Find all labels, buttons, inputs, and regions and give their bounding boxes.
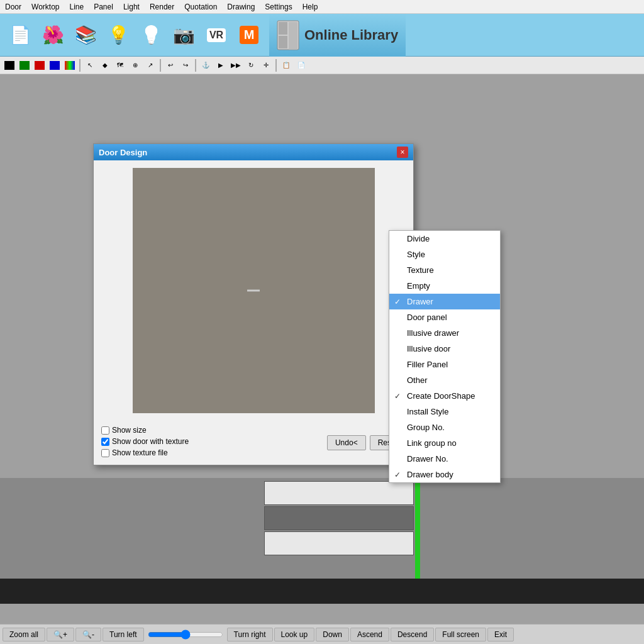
toolbar-second: ↖ ◆ 🗺 ⊕ ↗ ↩ ↪ ⚓ ▶ ▶▶ ↻ ✛ 📋 📄 <box>0 57 644 74</box>
zoom-all-button[interactable]: Zoom all <box>3 628 45 641</box>
lightbulb-yellow-button[interactable]: 💡 <box>103 18 133 53</box>
menu-drawing[interactable]: Drawing <box>222 1 260 13</box>
pointer-tool[interactable]: ↖ <box>83 58 97 72</box>
ctx-item-empty[interactable]: Empty <box>389 278 500 294</box>
menu-render[interactable]: Render <box>145 1 179 13</box>
color-black[interactable] <box>3 58 16 72</box>
ctx-item-link-group-no[interactable]: Link group no <box>389 435 500 451</box>
menu-worktop[interactable]: Worktop <box>26 1 64 13</box>
context-menu: DivideStyleTextureEmptyDrawerDoor panelI… <box>389 230 501 483</box>
zoom-in-button[interactable]: 🔍+ <box>47 628 74 641</box>
show-texture-file-checkbox[interactable] <box>101 449 109 457</box>
ctx-item-door-panel[interactable]: Door panel <box>389 309 500 325</box>
sep1 <box>79 59 80 72</box>
menu-quotation[interactable]: Quotation <box>179 1 222 13</box>
ctx-item-style[interactable]: Style <box>389 247 500 262</box>
flowers-button[interactable]: 🌺 <box>38 18 68 53</box>
zoom-slider[interactable] <box>148 630 223 640</box>
metro-button[interactable]: M <box>234 18 264 53</box>
show-size-checkbox[interactable] <box>101 426 109 435</box>
zoom-out-button[interactable]: 🔍- <box>75 628 101 641</box>
dialog-close-button[interactable]: × <box>397 147 408 158</box>
vr-button[interactable]: VR <box>201 18 231 53</box>
menubar: Door Worktop Line Panel Light Render Quo… <box>0 0 644 14</box>
ctx-item-drawer-no.[interactable]: Drawer No. <box>389 451 500 467</box>
undo-button[interactable]: Undo< <box>327 435 366 450</box>
plus-tool[interactable]: ✛ <box>259 58 273 72</box>
full-screen-button[interactable]: Full screen <box>435 628 486 641</box>
scene-3d <box>0 478 644 604</box>
exit-button[interactable]: Exit <box>487 628 514 641</box>
color-blue[interactable] <box>48 58 62 72</box>
menu-settings[interactable]: Settings <box>260 1 297 13</box>
drawer-shelf-middle <box>264 506 414 530</box>
kitchen-icon <box>277 20 299 50</box>
show-size-label: Show size <box>112 426 147 435</box>
door-preview-area <box>133 168 375 413</box>
dialog-title: Door Design <box>99 148 147 157</box>
drawer-unit <box>264 481 415 579</box>
book-button[interactable]: 📚 <box>70 18 101 53</box>
menu-light[interactable]: Light <box>118 1 145 13</box>
back-tool[interactable]: ↩ <box>164 58 177 72</box>
fwd-tool[interactable]: ↪ <box>179 58 192 72</box>
doc1-tool[interactable]: 📋 <box>279 58 293 72</box>
diamond-tool[interactable]: ◆ <box>98 58 112 72</box>
ctx-item-other[interactable]: Other <box>389 372 500 388</box>
show-size-row: Show size <box>101 426 189 435</box>
down-button[interactable]: Down <box>316 628 349 641</box>
work-area: Door Design × Show size Show door with t… <box>0 74 644 624</box>
online-library-label: Online Library <box>304 27 398 43</box>
scene-floor <box>0 579 644 604</box>
ctx-item-create-doorshape[interactable]: Create DoorShape <box>389 388 500 404</box>
move-tool[interactable]: ⊕ <box>128 58 142 72</box>
ctx-item-filler-panel[interactable]: Filler Panel <box>389 357 500 372</box>
menu-line[interactable]: Line <box>64 1 89 13</box>
color-green[interactable] <box>18 58 31 72</box>
svg-rect-1 <box>279 22 287 35</box>
camera-button[interactable]: 📷 <box>169 18 199 53</box>
ctx-item-drawer-body[interactable]: Drawer body <box>389 467 500 482</box>
turn-right-button[interactable]: Turn right <box>227 628 273 641</box>
map-tool[interactable]: 🗺 <box>113 58 127 72</box>
menu-door[interactable]: Door <box>0 1 26 13</box>
online-library-panel: Online Library <box>269 14 406 57</box>
ctx-item-illusive-drawer[interactable]: Illusive drawer <box>389 325 500 341</box>
lightbulb-white-button[interactable]: 💡 <box>136 18 166 53</box>
show-texture-file-row: Show texture file <box>101 448 189 457</box>
dialog-titlebar: Door Design × <box>94 144 413 160</box>
drawer-green-border <box>415 481 420 579</box>
new-button[interactable]: 📄 <box>5 18 35 53</box>
svg-rect-3 <box>279 36 287 48</box>
show-door-texture-checkbox[interactable] <box>101 438 109 446</box>
play-tool[interactable]: ▶ <box>214 58 228 72</box>
checkboxes-group: Show size Show door with texture Show te… <box>101 426 189 460</box>
color-red[interactable] <box>33 58 47 72</box>
doc2-tool[interactable]: 📄 <box>294 58 308 72</box>
ctx-item-drawer[interactable]: Drawer <box>389 294 500 309</box>
show-texture-file-label: Show texture file <box>112 448 168 457</box>
menu-help[interactable]: Help <box>297 1 323 13</box>
play2-tool[interactable]: ▶▶ <box>229 58 243 72</box>
statusbar: Zoom all 🔍+ 🔍- Turn left Turn right Look… <box>0 624 644 644</box>
ascend-button[interactable]: Ascend <box>350 628 389 641</box>
door-design-dialog: Door Design × Show size Show door with t… <box>93 143 414 465</box>
anchor-tool[interactable]: ⚓ <box>199 58 213 72</box>
door-handle <box>247 290 260 292</box>
turn-left-button[interactable]: Turn left <box>103 628 144 641</box>
select-tool[interactable]: ↗ <box>143 58 157 72</box>
ctx-item-texture[interactable]: Texture <box>389 262 500 278</box>
drawer-shelf-top <box>264 481 414 505</box>
toolbar-top: 📄 🌺 📚 💡 💡 📷 VR M Online Library <box>0 14 644 57</box>
look-up-button[interactable]: Look up <box>274 628 315 641</box>
menu-panel[interactable]: Panel <box>89 1 118 13</box>
ctx-item-group-no.[interactable]: Group No. <box>389 419 500 435</box>
ctx-item-divide[interactable]: Divide <box>389 231 500 247</box>
ctx-item-install-style[interactable]: Install Style <box>389 404 500 419</box>
sep3 <box>195 59 196 72</box>
color-multi[interactable] <box>63 58 77 72</box>
ctx-item-illusive-door[interactable]: Illusive door <box>389 341 500 357</box>
descend-button[interactable]: Descend <box>391 628 434 641</box>
show-door-texture-row: Show door with texture <box>101 437 189 446</box>
refresh-tool[interactable]: ↻ <box>244 58 258 72</box>
